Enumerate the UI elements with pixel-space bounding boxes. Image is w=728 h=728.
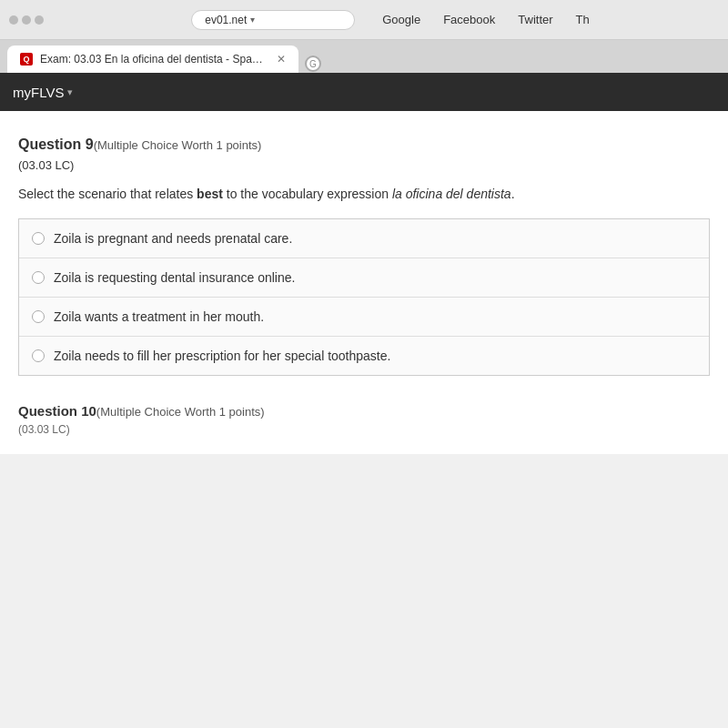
answer-options: Zoila is pregnant and needs prenatal car…	[18, 218, 710, 376]
radio-4[interactable]	[32, 349, 45, 362]
answer-option-3[interactable]: Zoila wants a treatment in her mouth.	[19, 298, 709, 337]
answer-text-3: Zoila wants a treatment in her mouth.	[54, 309, 264, 324]
new-tab-button[interactable]: G	[304, 55, 322, 73]
bookmark-facebook[interactable]: Facebook	[443, 13, 495, 26]
answer-option-2[interactable]: Zoila is requesting dental insurance onl…	[19, 258, 709, 298]
question-10-code: (03.03 LC)	[18, 423, 710, 436]
question-text-part2: to the vocabulary expression	[223, 187, 392, 201]
radio-3[interactable]	[32, 310, 45, 323]
answer-text-1: Zoila is pregnant and needs prenatal car…	[54, 231, 292, 246]
answer-text-4: Zoila needs to fill her prescription for…	[54, 349, 390, 363]
question-9-text: Select the scenario that relates best to…	[18, 185, 710, 204]
nav-bar: myFLVS ▾	[0, 73, 728, 111]
browser-chrome: ev01.net ▾ Google Facebook Twitter Th	[0, 0, 728, 40]
tab-title: Exam: 03.03 En la oficina del dentista -…	[40, 53, 266, 66]
close-dot	[9, 15, 18, 25]
radio-2[interactable]	[32, 271, 45, 284]
question-9-header: Question 9(Multiple Choice Worth 1 point…	[18, 136, 710, 153]
question-9-container: Question 9(Multiple Choice Worth 1 point…	[18, 136, 710, 376]
question-10-meta: (Multiple Choice Worth 1 points)	[96, 405, 265, 419]
question-text-end: .	[511, 187, 515, 201]
question-9-number: Question 9	[18, 136, 94, 152]
question-9-code: (03.03 LC)	[18, 158, 710, 172]
active-tab[interactable]: Q Exam: 03.03 En la oficina del dentista…	[7, 46, 298, 73]
nav-logo-text: myFLVS	[13, 85, 64, 100]
bookmark-google[interactable]: Google	[382, 13, 420, 26]
window-controls	[9, 15, 44, 25]
answer-option-1[interactable]: Zoila is pregnant and needs prenatal car…	[19, 219, 709, 258]
question-text-bold: best	[197, 187, 223, 201]
answer-option-4[interactable]: Zoila needs to fill her prescription for…	[19, 337, 709, 375]
question-9-meta: (Multiple Choice Worth 1 points)	[94, 138, 262, 152]
question-10-container: Question 10(Multiple Choice Worth 1 poin…	[18, 403, 710, 436]
minimize-dot	[22, 15, 31, 25]
answer-text-2: Zoila is requesting dental insurance onl…	[54, 270, 295, 285]
nav-logo[interactable]: myFLVS ▾	[13, 85, 73, 100]
question-text-part1: Select the scenario that relates	[18, 187, 197, 201]
bookmark-other[interactable]: Th	[576, 13, 590, 26]
question-10-header: Question 10(Multiple Choice Worth 1 poin…	[18, 403, 710, 420]
address-chevron-icon: ▾	[250, 15, 255, 25]
tab-close-icon[interactable]: ✕	[277, 53, 286, 66]
question-text-italic: la oficina del dentista	[392, 187, 511, 201]
tab-bar: Q Exam: 03.03 En la oficina del dentista…	[0, 40, 728, 73]
address-text: ev01.net	[205, 14, 247, 26]
main-content: Question 9(Multiple Choice Worth 1 point…	[0, 111, 728, 454]
bookmark-twitter[interactable]: Twitter	[518, 13, 552, 26]
address-bar-area: ev01.net ▾ Google Facebook Twitter Th	[62, 10, 719, 30]
maximize-dot	[35, 15, 44, 25]
address-bar[interactable]: ev01.net ▾	[191, 10, 355, 30]
question-10-number: Question 10	[18, 403, 96, 419]
radio-1[interactable]	[32, 232, 45, 245]
bookmark-bar: Google Facebook Twitter Th	[382, 10, 589, 30]
spacer	[18, 376, 710, 403]
tab-favicon: Q	[20, 53, 33, 66]
nav-dropdown-icon: ▾	[67, 86, 73, 98]
chrome-icon: G	[305, 56, 321, 72]
